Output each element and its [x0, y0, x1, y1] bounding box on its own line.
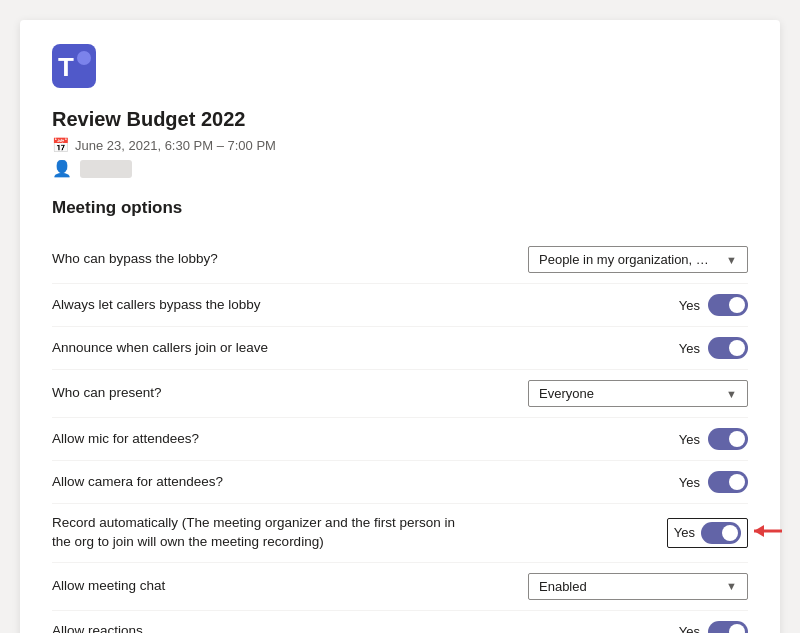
allow-reactions-yes: Yes: [679, 624, 700, 633]
allow-reactions-control: Yes: [528, 621, 748, 633]
record-auto-highlight-box: Yes: [667, 518, 748, 548]
meeting-title: Review Budget 2022: [52, 108, 748, 131]
bypass-lobby-control: People in my organization, truste... ▼: [528, 246, 748, 273]
allow-camera-label: Allow camera for attendees?: [52, 473, 223, 492]
person-icon: 👤: [52, 159, 72, 178]
announce-yes: Yes: [679, 341, 700, 356]
option-row-who-present: Who can present? Everyone ▼: [52, 370, 748, 418]
allow-chat-control: Enabled ▼: [528, 573, 748, 600]
svg-marker-4: [754, 525, 764, 537]
allow-camera-yes: Yes: [679, 475, 700, 490]
who-present-value: Everyone: [539, 386, 594, 401]
record-auto-control: Yes: [528, 518, 748, 548]
section-title: Meeting options: [52, 198, 748, 218]
who-present-control: Everyone ▼: [528, 380, 748, 407]
record-auto-toggle[interactable]: [701, 522, 741, 544]
allow-mic-toggle[interactable]: [708, 428, 748, 450]
always-bypass-yes: Yes: [679, 298, 700, 313]
allow-chat-label: Allow meeting chat: [52, 577, 165, 596]
chevron-down-icon: ▼: [726, 254, 737, 266]
announce-control: Yes: [528, 337, 748, 359]
announce-toggle[interactable]: [708, 337, 748, 359]
allow-mic-yes: Yes: [679, 432, 700, 447]
option-row-allow-mic: Allow mic for attendees? Yes: [52, 418, 748, 461]
meeting-date: June 23, 2021, 6:30 PM – 7:00 PM: [75, 138, 276, 153]
svg-text:T: T: [58, 52, 74, 82]
allow-chat-dropdown[interactable]: Enabled ▼: [528, 573, 748, 600]
option-row-announce: Announce when callers join or leave Yes: [52, 327, 748, 370]
option-row-allow-camera: Allow camera for attendees? Yes: [52, 461, 748, 504]
allow-camera-control: Yes: [528, 471, 748, 493]
organizer-avatar: [80, 160, 132, 178]
bypass-lobby-value: People in my organization, truste...: [539, 252, 709, 267]
allow-reactions-label: Allow reactions: [52, 622, 143, 633]
option-row-always-bypass: Always let callers bypass the lobby Yes: [52, 284, 748, 327]
who-present-dropdown[interactable]: Everyone ▼: [528, 380, 748, 407]
option-row-record-auto: Record automatically (The meeting organi…: [52, 504, 748, 563]
allow-camera-toggle[interactable]: [708, 471, 748, 493]
record-auto-label: Record automatically (The meeting organi…: [52, 514, 472, 552]
meeting-date-row: 📅 June 23, 2021, 6:30 PM – 7:00 PM: [52, 137, 748, 153]
who-present-label: Who can present?: [52, 384, 162, 403]
organizer-row: 👤: [52, 159, 748, 178]
allow-chat-value: Enabled: [539, 579, 587, 594]
chevron-down-icon-2: ▼: [726, 388, 737, 400]
allow-reactions-toggle[interactable]: [708, 621, 748, 633]
allow-mic-control: Yes: [528, 428, 748, 450]
meeting-options-card: T Review Budget 2022 📅 June 23, 2021, 6:…: [20, 20, 780, 633]
announce-label: Announce when callers join or leave: [52, 339, 268, 358]
chevron-down-icon-3: ▼: [726, 580, 737, 592]
option-row-bypass-lobby: Who can bypass the lobby? People in my o…: [52, 236, 748, 284]
calendar-icon: 📅: [52, 137, 69, 153]
bypass-lobby-label: Who can bypass the lobby?: [52, 250, 218, 269]
allow-mic-label: Allow mic for attendees?: [52, 430, 199, 449]
record-auto-yes: Yes: [674, 525, 695, 540]
always-bypass-label: Always let callers bypass the lobby: [52, 296, 261, 315]
always-bypass-toggle[interactable]: [708, 294, 748, 316]
option-row-allow-reactions: Allow reactions Yes: [52, 611, 748, 633]
red-arrow-indicator: [750, 517, 786, 549]
svg-point-2: [77, 51, 91, 65]
options-table: Who can bypass the lobby? People in my o…: [52, 236, 748, 633]
bypass-lobby-dropdown[interactable]: People in my organization, truste... ▼: [528, 246, 748, 273]
always-bypass-control: Yes: [528, 294, 748, 316]
teams-logo: T: [52, 44, 748, 108]
option-row-allow-chat: Allow meeting chat Enabled ▼: [52, 563, 748, 611]
